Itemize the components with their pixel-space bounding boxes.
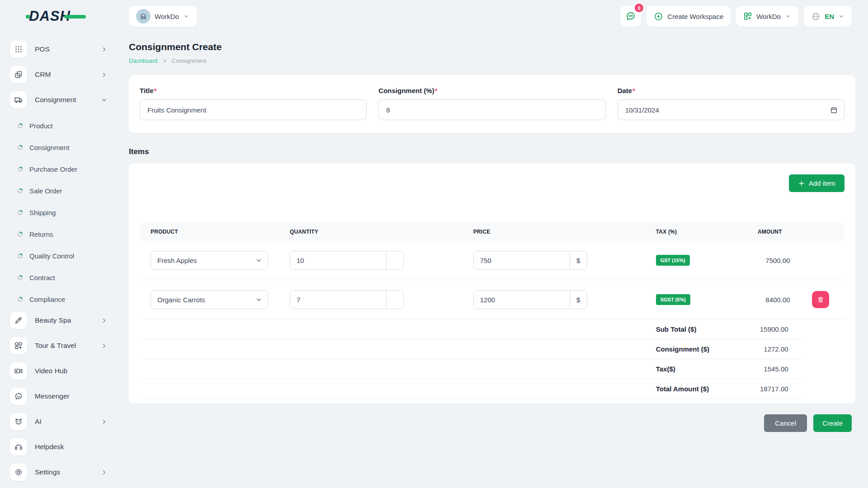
donut-icon	[17, 296, 23, 302]
sidebar-item-messenger[interactable]: Messenger	[10, 386, 118, 407]
consignment-percent-field-group: Consignment (%)*	[378, 87, 605, 120]
items-table: PRODUCTQUANTITYPRICETAX (%)AMOUNT Fresh …	[140, 223, 844, 399]
create-workspace-button[interactable]: Create Workspace	[646, 6, 731, 27]
item-row-fresh-apples: Fresh Apples$GST (15%)7500.00	[140, 241, 844, 280]
logo-dot-accent	[26, 15, 30, 19]
grid-plus-icon	[14, 341, 23, 350]
quantity-spinner[interactable]	[386, 291, 403, 309]
gear-icon	[14, 468, 23, 477]
chevron-down-icon	[101, 97, 108, 103]
sidebar-subitem-purchase-order[interactable]: Purchase Order	[10, 158, 118, 180]
user-menu-button[interactable]: WorkDo	[736, 6, 798, 27]
grid-dots-icon	[14, 45, 23, 54]
product-select[interactable]: Organic Carrots	[151, 290, 268, 309]
sidebar-subitem-sale-order[interactable]: Sale Order	[10, 180, 118, 202]
brand-logo[interactable]: DASH	[29, 8, 92, 25]
quantity-stepper	[290, 251, 404, 270]
sidebar-item-crm[interactable]: CRM	[10, 64, 118, 85]
add-item-button[interactable]: Add item	[789, 174, 844, 192]
truck-tile	[10, 91, 27, 108]
summary-label: Total Amount ($)	[645, 379, 747, 399]
donut-icon	[17, 123, 23, 129]
chevron-down-icon	[183, 13, 189, 19]
bot-tile	[10, 413, 27, 430]
workspace-switcher[interactable]: WorkDo	[129, 6, 197, 27]
chevron-right-icon	[101, 418, 108, 425]
amount-value: 7500.00	[747, 241, 801, 280]
cancel-button[interactable]: Cancel	[764, 414, 807, 432]
delete-item-button[interactable]	[812, 291, 829, 308]
sidebar-subitem-returns[interactable]: Returns	[10, 223, 118, 245]
copy-squares-tile	[10, 66, 27, 83]
sidebar-item-video-hub[interactable]: Video Hub	[10, 361, 118, 381]
summary-row-sub-total: Sub Total ($)15900.00	[140, 319, 844, 339]
video-camera-tile	[10, 362, 27, 380]
summary-value: 18717.00	[747, 379, 801, 399]
workspace-switcher-label: WorkDo	[155, 13, 179, 20]
price-input[interactable]	[474, 291, 570, 309]
sidebar-item-settings[interactable]: Settings	[10, 462, 118, 483]
donut-icon	[17, 145, 23, 150]
sidebar-item-ai[interactable]: AI	[10, 411, 118, 432]
column-header-quantity: QUANTITY	[279, 223, 462, 241]
headset-icon	[14, 442, 23, 451]
column-header-product: PRODUCT	[140, 223, 279, 241]
brush-tile	[10, 312, 27, 329]
summary-label: Sub Total ($)	[645, 319, 747, 339]
sidebar-subitem-contract[interactable]: Contract	[10, 267, 118, 288]
donut-icon	[17, 210, 23, 216]
messages-button[interactable]: 0	[620, 6, 641, 27]
chevron-down-icon	[255, 296, 262, 303]
price-input[interactable]	[474, 251, 570, 269]
sidebar-subitem-shipping[interactable]: Shipping	[10, 202, 118, 223]
summary-row-tax: Tax($)1545.00	[140, 359, 844, 379]
date-value: 10/31/2024	[625, 106, 659, 114]
title-input[interactable]	[140, 99, 367, 120]
currency-addon: $	[570, 251, 587, 269]
quantity-spinner[interactable]	[386, 251, 403, 269]
sidebar-item-beauty-spa[interactable]: Beauty Spa	[10, 310, 118, 331]
chevron-right-icon	[162, 58, 168, 64]
sidebar-item-tour-travel[interactable]: Tour & Travel	[10, 335, 118, 356]
chevron-down-icon	[838, 13, 844, 19]
sidebar-subitem-consignment[interactable]: Consignment	[10, 136, 118, 158]
product-select-value: Organic Carrots	[157, 296, 205, 304]
calendar-icon	[830, 106, 838, 114]
item-row-organic-carrots: Organic Carrots$SGST (5%)8400.00	[140, 280, 844, 319]
sidebar-item-helpdesk[interactable]: Helpdesk	[10, 436, 118, 457]
topbar-actions: 0 Create Workspace WorkDo EN	[620, 6, 852, 27]
quantity-input[interactable]	[290, 291, 386, 309]
chevron-down-icon	[255, 257, 262, 264]
create-button[interactable]: Create	[813, 414, 852, 432]
chevron-right-icon	[101, 343, 108, 349]
breadcrumb-dashboard-link[interactable]: Dashboard	[129, 57, 158, 64]
sidebar-subitem-compliance[interactable]: Compliance	[10, 288, 118, 310]
title-field-group: Title*	[140, 87, 367, 120]
chat-icon	[625, 11, 636, 22]
required-mark: *	[632, 87, 635, 94]
sidebar-subitem-product[interactable]: Product	[10, 115, 118, 136]
summary-label: Consignment ($)	[645, 339, 747, 359]
currency-addon: $	[570, 291, 587, 309]
chat-bubble-icon	[14, 392, 23, 401]
language-selector[interactable]: EN	[804, 6, 852, 27]
date-input[interactable]: 10/31/2024	[618, 99, 844, 120]
grid-dots-tile	[10, 41, 27, 58]
video-camera-icon	[14, 366, 23, 375]
items-table-header-row: PRODUCTQUANTITYPRICETAX (%)AMOUNT	[140, 223, 844, 241]
product-select[interactable]: Fresh Apples	[151, 251, 268, 270]
add-item-label: Add item	[809, 179, 835, 187]
sidebar-item-consignment[interactable]: Consignment	[10, 89, 118, 110]
brush-icon	[14, 316, 23, 325]
column-header-price: PRICE	[462, 223, 645, 241]
donut-icon	[17, 231, 23, 237]
logo-dash-accent	[64, 15, 86, 19]
sidebar-item-pos[interactable]: POS	[10, 39, 118, 60]
main-content: Consignment Create Dashboard Consignment…	[129, 33, 855, 432]
quantity-stepper	[290, 290, 404, 309]
summary-value: 1272.00	[747, 339, 801, 359]
chevron-right-icon	[101, 46, 108, 53]
consignment-percent-input[interactable]	[378, 99, 605, 120]
sidebar-subitem-quality-control[interactable]: Quality Control	[10, 245, 118, 267]
quantity-input[interactable]	[290, 251, 386, 269]
